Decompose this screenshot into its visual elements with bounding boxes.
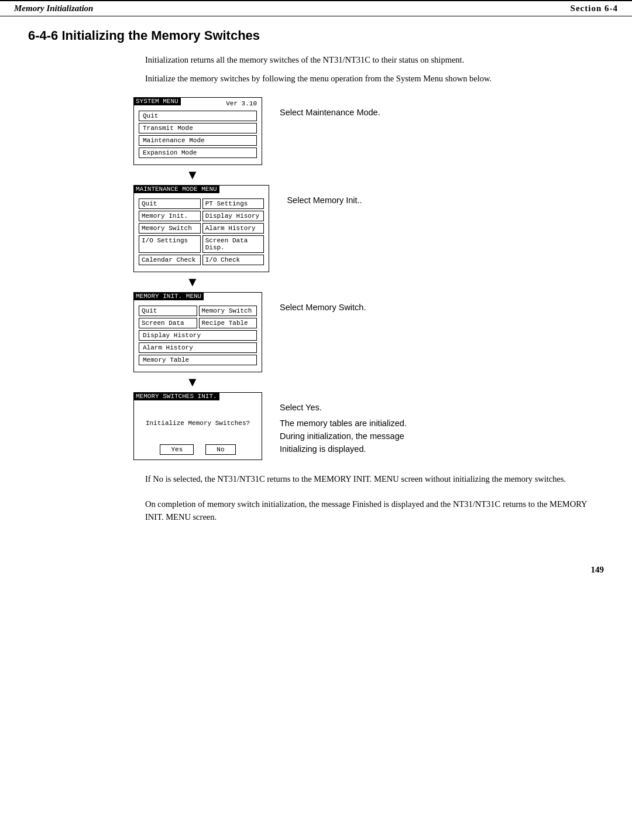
select-yes-line1: Select Yes. [280,402,420,414]
yes-no-row: Yes No [139,444,257,455]
maintenance-menu-box: MAINTENANCE MODE MENU Quit PT Settings M… [133,185,269,272]
no-button[interactable]: No [205,444,235,455]
meminit-row-0: Quit Memory Switch [139,306,257,316]
maint-btn-memswitch[interactable]: Memory Switch [139,223,201,234]
arrow-3: ▼ [186,376,199,389]
system-menu-row: SYSTEM MENU Ver 3.10 Quit Transmit Mode … [133,97,397,165]
bottom-text-2: On completion of memory switch initializ… [145,498,604,524]
memory-switches-init-box: MEMORY SWITCHES INIT. Initialize Memory … [133,392,262,460]
memory-init-menu-label: Select Memory Switch. [280,292,397,313]
yes-button[interactable]: Yes [160,444,194,455]
header-bar: Memory Initialization Section 6-4 [0,0,632,16]
maintenance-menu-content: Quit PT Settings Memory Init. Display Hi… [134,195,269,272]
page: Memory Initialization Section 6-4 6-4-6 … [0,0,632,840]
init-box-inner: Initialize Memory Switches? Yes No [134,402,262,460]
meminit-row-1: Screen Data Recipe Table [139,318,257,328]
system-menu-expansion[interactable]: Expansion Mode [139,148,257,158]
system-menu-title: SYSTEM MENU [133,97,181,105]
bottom-text-1: If No is selected, the NT31/NT31C return… [145,473,604,486]
system-menu-label: Select Maintenance Mode. [280,97,397,118]
arrow-2: ▼ [186,276,199,289]
select-yes-line2: The memory tables are initialized. Durin… [280,417,420,455]
system-menu-maintenance[interactable]: Maintenance Mode [139,135,257,146]
system-menu-content: Quit Transmit Mode Maintenance Mode Expa… [134,107,262,164]
arrow-1: ▼ [186,169,199,181]
main-content: 6-4-6 Initializing the Memory Switches I… [0,28,632,547]
maint-btn-displayhist[interactable]: Display Hisory [202,211,265,221]
memory-init-menu-title: MEMORY INIT. MENU [133,292,204,300]
maint-row-4: Calendar Check I/O Check [139,255,264,265]
maint-btn-memoryinit[interactable]: Memory Init. [139,211,201,221]
init-message: Initialize Memory Switches? [139,420,257,427]
meminit-btn-memswitch[interactable]: Memory Switch [199,306,257,316]
meminit-btn-memorytable[interactable]: Memory Table [139,355,257,365]
page-number: 149 [0,565,632,575]
intro-para-2: Initialize the memory switches by follow… [145,73,604,85]
meminit-btn-quit[interactable]: Quit [139,306,197,316]
maintenance-menu-title: MAINTENANCE MODE MENU [133,185,219,193]
intro-para-1: Initialization returns all the memory sw… [145,54,604,67]
memory-init-menu-row: MEMORY INIT. MENU Quit Memory Switch Scr… [133,292,397,372]
section-title: 6-4-6 Initializing the Memory Switches [28,28,604,43]
maint-btn-iosettings[interactable]: I/O Settings [139,235,201,253]
maint-btn-screendata[interactable]: Screen Data Disp. [202,235,265,253]
maint-row-3: I/O Settings Screen Data Disp. [139,235,264,253]
maint-row-2: Memory Switch Alarm History [139,223,264,234]
diagram-area: SYSTEM MENU Ver 3.10 Quit Transmit Mode … [133,97,604,460]
system-menu-transmit[interactable]: Transmit Mode [139,123,257,133]
maint-btn-calcheck[interactable]: Calendar Check [139,255,201,265]
memory-switches-init-title: MEMORY SWITCHES INIT. [133,392,219,400]
system-menu-quit[interactable]: Quit [139,111,257,121]
maint-row-1: Memory Init. Display Hisory [139,211,264,221]
maintenance-menu-row: MAINTENANCE MODE MENU Quit PT Settings M… [133,185,404,272]
maint-btn-quit[interactable]: Quit [139,198,201,209]
maintenance-menu-label: Select Memory Init.. [287,185,404,206]
maint-btn-iocheck[interactable]: I/O Check [202,255,265,265]
header-section-number: Section 6-4 [571,4,618,13]
maint-btn-alarmhist[interactable]: Alarm History [202,223,265,234]
memory-init-menu-box: MEMORY INIT. MENU Quit Memory Switch Scr… [133,292,262,372]
maint-btn-pt[interactable]: PT Settings [202,198,265,209]
system-menu-ver: Ver 3.10 [226,100,257,107]
memory-init-menu-content: Quit Memory Switch Screen Data Recipe Ta… [134,302,262,372]
meminit-btn-alarmhist[interactable]: Alarm History [139,342,257,353]
maint-row-0: Quit PT Settings [139,198,264,209]
meminit-btn-screendata[interactable]: Screen Data [139,318,197,328]
system-menu-box: SYSTEM MENU Ver 3.10 Quit Transmit Mode … [133,97,262,165]
meminit-btn-displayhist[interactable]: Display History [139,330,257,341]
header-section-title: Memory Initialization [14,4,93,13]
memory-switches-init-label: Select Yes. The memory tables are initia… [280,392,420,456]
meminit-btn-recipe[interactable]: Recipe Table [199,318,257,328]
memory-switches-init-row: MEMORY SWITCHES INIT. Initialize Memory … [133,392,420,460]
